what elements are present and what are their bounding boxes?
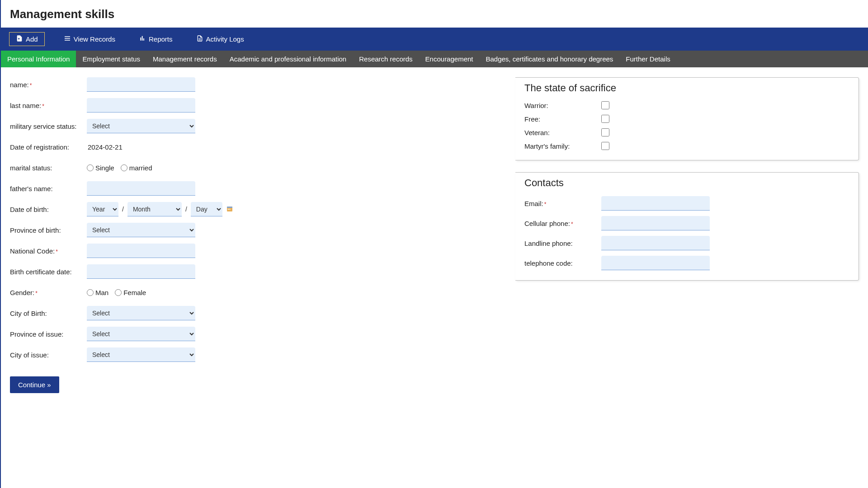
chart-icon bbox=[139, 35, 146, 43]
city-birth-select[interactable]: Select bbox=[87, 306, 195, 320]
veteran-label: Veteran: bbox=[524, 129, 601, 136]
free-checkbox[interactable] bbox=[601, 115, 609, 123]
name-input[interactable] bbox=[87, 77, 195, 92]
dob-sep-1: / bbox=[122, 206, 124, 213]
telcode-input[interactable] bbox=[601, 256, 710, 270]
marital-married-radio[interactable]: married bbox=[121, 164, 152, 172]
father-name-input[interactable] bbox=[87, 181, 195, 196]
tab-further-details[interactable]: Further Details bbox=[619, 51, 676, 67]
city-birth-label: City of Birth: bbox=[10, 310, 87, 317]
tab-personal-information[interactable]: Personal Information bbox=[1, 51, 76, 67]
birth-cert-input[interactable] bbox=[87, 264, 195, 279]
marital-status-label: marital status: bbox=[10, 164, 87, 172]
date-registration-label: Date of registration: bbox=[10, 143, 87, 151]
continue-button[interactable]: Continue » bbox=[10, 376, 59, 393]
name-label: name:* bbox=[10, 81, 87, 89]
national-code-input[interactable] bbox=[87, 244, 195, 258]
veteran-checkbox[interactable] bbox=[601, 128, 609, 136]
dob-month-select[interactable]: Month bbox=[127, 202, 182, 216]
marital-single-radio[interactable]: Single bbox=[87, 164, 114, 172]
svg-rect-2 bbox=[228, 209, 229, 210]
page-title: Management skills bbox=[1, 0, 868, 28]
tab-employment-status[interactable]: Employment status bbox=[76, 51, 146, 67]
martyr-checkbox[interactable] bbox=[601, 142, 609, 150]
contacts-fieldset: Contacts Email:* Cellular phone:* Landli… bbox=[515, 172, 859, 281]
military-status-select[interactable]: Select bbox=[87, 119, 195, 133]
email-input[interactable] bbox=[601, 196, 710, 211]
city-issue-label: City of issue: bbox=[10, 351, 87, 359]
svg-rect-1 bbox=[227, 206, 232, 208]
personal-info-form: name:* last name:* military service stat… bbox=[10, 77, 335, 393]
province-birth-select[interactable]: Select bbox=[87, 223, 195, 237]
contacts-legend: Contacts bbox=[524, 177, 566, 189]
warrior-checkbox[interactable] bbox=[601, 101, 609, 109]
military-status-label: military service status: bbox=[10, 122, 87, 130]
city-issue-select[interactable]: Select bbox=[87, 347, 195, 362]
add-button[interactable]: Add bbox=[9, 32, 45, 46]
last-name-label: last name:* bbox=[10, 102, 87, 109]
tab-encouragement[interactable]: Encouragement bbox=[419, 51, 480, 67]
reports-label: Reports bbox=[149, 35, 173, 43]
national-code-label: National Code:* bbox=[10, 247, 87, 255]
tab-badges-certificates[interactable]: Badges, certificates and honorary degree… bbox=[480, 51, 620, 67]
landline-label: Landline phone: bbox=[524, 239, 601, 247]
province-issue-select[interactable]: Select bbox=[87, 327, 195, 341]
svg-rect-3 bbox=[229, 209, 230, 210]
birth-cert-label: Birth certificate date: bbox=[10, 268, 87, 276]
reports-button[interactable]: Reports bbox=[134, 32, 177, 46]
date-registration-value: 2024-02-21 bbox=[87, 143, 123, 151]
father-name-label: father's name: bbox=[10, 185, 87, 192]
activity-logs-label: Activity Logs bbox=[206, 35, 244, 43]
dob-sep-2: / bbox=[185, 206, 187, 213]
cell-input[interactable] bbox=[601, 216, 710, 230]
dob-day-select[interactable]: Day bbox=[191, 202, 222, 216]
dob-year-select[interactable]: Year bbox=[87, 202, 118, 216]
sacrifice-fieldset: The state of sacrifice Warrior: Free: Ve… bbox=[515, 77, 859, 160]
last-name-input[interactable] bbox=[87, 98, 195, 113]
activity-logs-button[interactable]: Activity Logs bbox=[192, 32, 249, 46]
document-icon bbox=[196, 35, 203, 43]
province-issue-label: Province of issue: bbox=[10, 330, 87, 338]
sacrifice-legend: The state of sacrifice bbox=[524, 82, 619, 94]
gender-man-radio[interactable]: Man bbox=[87, 289, 108, 296]
calendar-icon[interactable] bbox=[226, 205, 233, 214]
tab-academic-professional[interactable]: Academic and professional information bbox=[223, 51, 353, 67]
gender-female-radio[interactable]: Female bbox=[115, 289, 146, 296]
toolbar: Add View Records Reports Activity Logs bbox=[1, 28, 868, 51]
landline-input[interactable] bbox=[601, 236, 710, 250]
province-birth-label: Province of birth: bbox=[10, 226, 87, 234]
tab-management-records[interactable]: Management records bbox=[146, 51, 223, 67]
gender-label: Gender:* bbox=[10, 289, 87, 296]
view-records-label: View Records bbox=[74, 35, 115, 43]
free-label: Free: bbox=[524, 115, 601, 123]
file-plus-icon bbox=[16, 35, 23, 43]
tabs: Personal Information Employment status M… bbox=[1, 51, 868, 67]
list-icon bbox=[64, 35, 71, 43]
tab-research-records[interactable]: Research records bbox=[353, 51, 419, 67]
telcode-label: telephone code: bbox=[524, 259, 601, 267]
dob-label: Date of birth: bbox=[10, 206, 87, 213]
martyr-label: Martyr's family: bbox=[524, 142, 601, 150]
view-records-button[interactable]: View Records bbox=[59, 32, 120, 46]
cell-label: Cellular phone:* bbox=[524, 220, 601, 227]
add-label: Add bbox=[26, 35, 38, 43]
warrior-label: Warrior: bbox=[524, 102, 601, 109]
email-label: Email:* bbox=[524, 200, 601, 207]
